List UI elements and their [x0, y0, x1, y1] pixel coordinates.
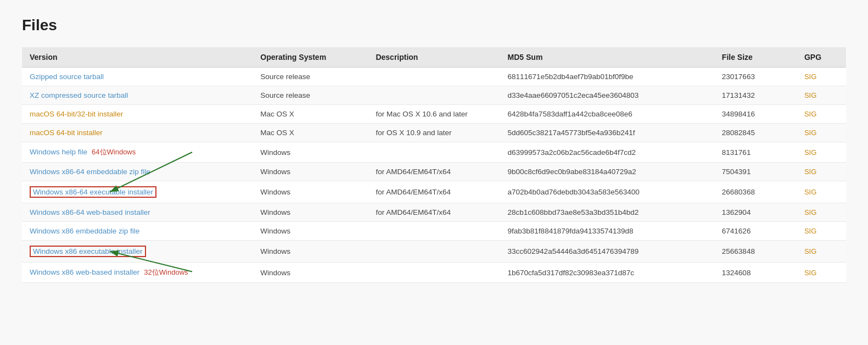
os-cell: Windows — [253, 181, 368, 203]
filesize-cell: 6741626 — [714, 222, 797, 241]
gpg-cell: SIG — [797, 105, 846, 124]
version-link[interactable]: Windows help file — [30, 148, 87, 156]
version-cell: Windows x86-64 embeddable zip file — [22, 163, 253, 181]
version-cell: Gzipped source tarball — [22, 68, 253, 86]
version-cell: macOS 64-bit/32-bit installer — [22, 105, 253, 124]
md5-cell: 68111671e5b2db4aef7b9ab01bf0f9be — [500, 68, 714, 86]
os-cell: Windows — [253, 163, 368, 181]
sig-link[interactable]: SIG — [804, 129, 816, 137]
version-cell: Windows x86 embeddable zip file — [22, 222, 253, 241]
description-cell: for AMD64/EM64T/x64 — [368, 163, 500, 181]
sig-link[interactable]: SIG — [804, 73, 816, 81]
md5-cell: 33cc602942a54446a3d6451476394789 — [500, 241, 714, 263]
table-row: Windows x86-64 embeddable zip fileWindow… — [22, 163, 846, 181]
version-cell: Windows help file64位Windows — [22, 142, 253, 163]
col-header-filesize: File Size — [714, 47, 797, 68]
filesize-cell: 28082845 — [714, 124, 797, 142]
filesize-cell: 7504391 — [714, 163, 797, 181]
sig-link[interactable]: SIG — [804, 208, 816, 216]
os-cell: Windows — [253, 241, 368, 263]
description-cell: for Mac OS X 10.6 and later — [368, 105, 500, 124]
md5-cell: d63999573a2c06b2ac56cade6b4f7cd2 — [500, 142, 714, 163]
md5-cell: a702b4b0ad76debdb3043a583e563400 — [500, 181, 714, 203]
filesize-cell: 23017663 — [714, 68, 797, 86]
version-link[interactable]: macOS 64-bit/32-bit installer — [30, 110, 123, 118]
gpg-cell: SIG — [797, 241, 846, 263]
filesize-cell: 34898416 — [714, 105, 797, 124]
table-row: Gzipped source tarballSource release6811… — [22, 68, 846, 86]
description-cell — [368, 68, 500, 86]
col-header-gpg: GPG — [797, 47, 846, 68]
os-cell: Source release — [253, 68, 368, 86]
version-link[interactable]: Windows x86 embeddable zip file — [30, 227, 139, 235]
description-cell — [368, 241, 500, 263]
version-link[interactable]: Windows x86 executable installer — [33, 247, 143, 255]
sig-link[interactable]: SIG — [804, 227, 816, 235]
filesize-cell: 1362904 — [714, 203, 797, 222]
md5-cell: 5dd605c38217a45773bf5e4a936b241f — [500, 124, 714, 142]
os-cell: Source release — [253, 86, 368, 105]
os-cell: Windows — [253, 203, 368, 222]
sig-link[interactable]: SIG — [804, 110, 816, 118]
gpg-cell: SIG — [797, 68, 846, 86]
version-cell: Windows x86-64 web-based installer — [22, 203, 253, 222]
table-row: XZ compressed source tarballSource relea… — [22, 86, 846, 105]
version-link[interactable]: Windows x86 web-based installer — [30, 268, 139, 276]
version-link[interactable]: macOS 64-bit installer — [30, 129, 103, 137]
page-title: Files — [22, 16, 846, 34]
col-header-md5: MD5 Sum — [500, 47, 714, 68]
version-cell: Windows x86-64 executable installer — [22, 181, 253, 203]
description-cell — [368, 142, 500, 163]
table-row: Windows help file64位WindowsWindowsd63999… — [22, 142, 846, 163]
sig-link[interactable]: SIG — [804, 247, 816, 255]
sig-link[interactable]: SIG — [804, 269, 816, 277]
table-header-row: Version Operating System Description MD5… — [22, 47, 846, 68]
table-row: Windows x86 executable installerWindows3… — [22, 241, 846, 263]
filesize-cell: 25663848 — [714, 241, 797, 263]
gpg-cell: SIG — [797, 86, 846, 105]
filesize-cell: 26680368 — [714, 181, 797, 203]
gpg-cell: SIG — [797, 222, 846, 241]
version-cell: Windows x86 web-based installer32位Window… — [22, 263, 253, 283]
filesize-cell: 8131761 — [714, 142, 797, 163]
gpg-cell: SIG — [797, 203, 846, 222]
os-cell: Mac OS X — [253, 105, 368, 124]
sig-link[interactable]: SIG — [804, 168, 816, 176]
sig-link[interactable]: SIG — [804, 188, 816, 196]
col-header-description: Description — [368, 47, 500, 68]
filesize-cell: 17131432 — [714, 86, 797, 105]
os-cell: Windows — [253, 263, 368, 283]
annotation-32-label: 32位Windows — [144, 268, 188, 276]
version-link[interactable]: XZ compressed source tarball — [30, 91, 128, 99]
os-cell: Windows — [253, 222, 368, 241]
description-cell: for OS X 10.9 and later — [368, 124, 500, 142]
md5-cell: 1b670cfa5d317df82c30983ea371d87c — [500, 263, 714, 283]
os-cell: Mac OS X — [253, 124, 368, 142]
sig-link[interactable]: SIG — [804, 148, 816, 157]
description-cell — [368, 222, 500, 241]
col-header-version: Version — [22, 47, 253, 68]
sig-link[interactable]: SIG — [804, 91, 816, 99]
md5-cell: 28cb1c608bbd73ae8e53a3bd351b4bd2 — [500, 203, 714, 222]
os-cell: Windows — [253, 142, 368, 163]
files-table: Version Operating System Description MD5… — [22, 47, 846, 283]
md5-cell: d33e4aae66097051c2eca45ee3604803 — [500, 86, 714, 105]
description-cell — [368, 86, 500, 105]
version-link[interactable]: Gzipped source tarball — [30, 73, 104, 81]
table-row: Windows x86-64 web-based installerWindow… — [22, 203, 846, 222]
version-link[interactable]: Windows x86-64 embeddable zip file — [30, 168, 150, 176]
filesize-cell: 1324608 — [714, 263, 797, 283]
version-link[interactable]: Windows x86-64 web-based installer — [30, 208, 150, 216]
col-header-os: Operating System — [253, 47, 368, 68]
annotation-64-label: 64位Windows — [92, 147, 136, 157]
version-cell: Windows x86 executable installer — [22, 241, 253, 263]
table-row: Windows x86 web-based installer32位Window… — [22, 263, 846, 283]
gpg-cell: SIG — [797, 163, 846, 181]
table-row: Windows x86-64 executable installerWindo… — [22, 181, 846, 203]
table-row: Windows x86 embeddable zip fileWindows9f… — [22, 222, 846, 241]
description-cell: for AMD64/EM64T/x64 — [368, 181, 500, 203]
md5-cell: 9fab3b81f8841879fda94133574139d8 — [500, 222, 714, 241]
md5-cell: 9b00c8cf6d9ec0b9abe83184a40729a2 — [500, 163, 714, 181]
table-row: macOS 64-bit/32-bit installerMac OS Xfor… — [22, 105, 846, 124]
version-link[interactable]: Windows x86-64 executable installer — [33, 188, 153, 196]
